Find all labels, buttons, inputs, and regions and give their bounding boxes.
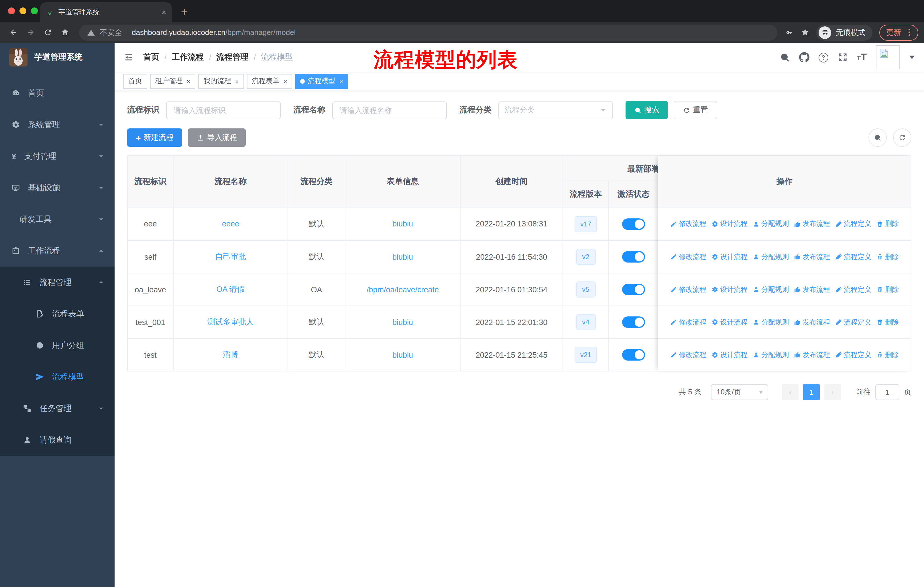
tab-process-form[interactable]: 流程表单 ×: [247, 74, 292, 89]
tab-process-model[interactable]: 流程模型 ×: [295, 74, 348, 89]
sidebar-item-process-form[interactable]: 流程表单: [0, 298, 115, 330]
active-toggle[interactable]: [622, 284, 645, 295]
design-process-link[interactable]: 设计流程: [711, 350, 747, 360]
process-name-link[interactable]: 自己审批: [215, 251, 246, 262]
sidebar-item-payment-mgmt[interactable]: ¥ 支付管理: [0, 141, 115, 172]
refresh-button[interactable]: [893, 128, 911, 147]
next-page-button[interactable]: ›: [824, 384, 841, 400]
sidebar-item-infrastructure[interactable]: 基础设施: [0, 172, 115, 203]
process-name-field-input[interactable]: [332, 101, 447, 119]
publish-process-link[interactable]: 发布流程: [794, 219, 830, 229]
back-icon[interactable]: [6, 25, 21, 40]
process-name-link[interactable]: eeee: [222, 220, 239, 228]
minimize-window-button[interactable]: [20, 7, 26, 14]
sidebar-item-dev-tools[interactable]: 研发工具: [0, 203, 115, 235]
active-toggle[interactable]: [622, 251, 645, 263]
maximize-window-button[interactable]: [31, 7, 38, 14]
process-def-link[interactable]: 流程定义: [835, 284, 871, 294]
delete-link[interactable]: 删除: [876, 284, 899, 294]
user-avatar[interactable]: [876, 45, 900, 69]
sidebar-item-process-mgmt[interactable]: 流程管理: [0, 266, 115, 298]
form-info-link[interactable]: /bpm/oa/leave/create: [366, 285, 439, 294]
form-info-link[interactable]: biubiu: [393, 318, 413, 326]
sidebar-item-leave-query[interactable]: 请假查询: [0, 424, 115, 456]
tab-my-process[interactable]: 我的流程 ×: [198, 74, 244, 89]
delete-link[interactable]: 删除: [876, 219, 899, 229]
active-toggle[interactable]: [622, 218, 645, 230]
breadcrumb-item[interactable]: 流程管理: [216, 52, 249, 63]
modify-process-link[interactable]: 修改流程: [670, 252, 706, 262]
prev-page-button[interactable]: ‹: [782, 384, 799, 400]
update-button[interactable]: 更新: [879, 24, 918, 40]
reset-button[interactable]: 重置: [674, 101, 717, 119]
process-name-link[interactable]: 测试多审批人: [207, 317, 254, 327]
assign-rule-link[interactable]: 分配规则: [753, 219, 789, 229]
form-info-link[interactable]: biubiu: [393, 253, 413, 261]
sidebar-item-workflow[interactable]: 工作流程: [0, 235, 115, 266]
goto-page-input[interactable]: [875, 384, 899, 400]
browser-tab[interactable]: 芋道管理系统 ×: [40, 2, 172, 22]
sidebar-item-user-group[interactable]: 用户分组: [0, 330, 115, 361]
close-tag-icon[interactable]: ×: [340, 78, 343, 84]
process-key-field-input[interactable]: [166, 101, 281, 119]
search-icon[interactable]: [780, 52, 790, 63]
close-tag-icon[interactable]: ×: [187, 78, 190, 84]
breadcrumb-item[interactable]: 工作流程: [172, 52, 204, 63]
process-def-link[interactable]: 流程定义: [835, 219, 871, 229]
address-bar[interactable]: 不安全 dashboard.yudao.iocoder.cn/bpm/manag…: [79, 24, 777, 40]
assign-rule-link[interactable]: 分配规则: [753, 252, 789, 262]
reload-icon[interactable]: [40, 25, 55, 40]
assign-rule-link[interactable]: 分配规则: [753, 350, 789, 360]
sidebar-item-process-model[interactable]: 流程模型: [0, 361, 115, 393]
close-tab-icon[interactable]: ×: [162, 8, 166, 17]
form-info-link[interactable]: biubiu: [393, 220, 413, 228]
help-icon[interactable]: ?: [818, 53, 828, 62]
process-name-link[interactable]: 滔博: [223, 350, 238, 360]
delete-link[interactable]: 删除: [876, 252, 899, 262]
design-process-link[interactable]: 设计流程: [711, 252, 747, 262]
sidebar-item-system-mgmt[interactable]: 系统管理: [0, 109, 115, 141]
tab-tenant-mgmt[interactable]: 租户管理 ×: [150, 74, 196, 89]
design-process-link[interactable]: 设计流程: [711, 284, 747, 294]
font-size-icon[interactable]: TT: [857, 51, 867, 63]
active-toggle[interactable]: [622, 349, 645, 360]
tab-home[interactable]: 首页: [123, 74, 147, 89]
breadcrumb-item[interactable]: 首页: [143, 52, 159, 63]
create-process-button[interactable]: + 新建流程: [127, 128, 182, 147]
close-tag-icon[interactable]: ×: [235, 78, 239, 84]
process-def-link[interactable]: 流程定义: [835, 252, 871, 262]
sidebar-item-task-mgmt[interactable]: 任务管理: [0, 393, 115, 424]
bookmark-star-icon[interactable]: [801, 28, 809, 37]
home-icon[interactable]: [57, 25, 72, 40]
fullscreen-icon[interactable]: [838, 52, 848, 63]
modify-process-link[interactable]: 修改流程: [670, 317, 706, 327]
publish-process-link[interactable]: 发布流程: [794, 350, 830, 360]
publish-process-link[interactable]: 发布流程: [794, 284, 830, 294]
modify-process-link[interactable]: 修改流程: [670, 219, 706, 229]
delete-link[interactable]: 删除: [876, 350, 899, 360]
assign-rule-link[interactable]: 分配规则: [753, 284, 789, 294]
publish-process-link[interactable]: 发布流程: [794, 252, 830, 262]
page-size-select[interactable]: 10条/页 ▾: [711, 384, 768, 400]
process-category-field-select[interactable]: 流程分类: [498, 101, 613, 119]
password-key-icon[interactable]: [785, 28, 794, 37]
delete-link[interactable]: 删除: [876, 317, 899, 327]
new-tab-button[interactable]: +: [181, 6, 187, 17]
collapse-sidebar-icon[interactable]: [124, 52, 134, 63]
form-info-link[interactable]: biubiu: [393, 351, 413, 359]
process-def-link[interactable]: 流程定义: [835, 350, 871, 360]
search-button[interactable]: 搜索: [625, 101, 668, 119]
forward-icon[interactable]: [23, 25, 38, 40]
process-def-link[interactable]: 流程定义: [835, 317, 871, 327]
current-page-button[interactable]: 1: [803, 384, 820, 400]
process-name-link[interactable]: OA 请假: [216, 284, 244, 294]
close-window-button[interactable]: [8, 7, 15, 14]
publish-process-link[interactable]: 发布流程: [794, 317, 830, 327]
design-process-link[interactable]: 设计流程: [711, 317, 747, 327]
browser-menu-kebab-icon[interactable]: [909, 31, 910, 33]
assign-rule-link[interactable]: 分配规则: [753, 317, 789, 327]
modify-process-link[interactable]: 修改流程: [670, 350, 706, 360]
github-icon[interactable]: [799, 52, 809, 63]
close-tag-icon[interactable]: ×: [284, 78, 287, 84]
import-process-button[interactable]: 导入流程: [188, 128, 246, 147]
